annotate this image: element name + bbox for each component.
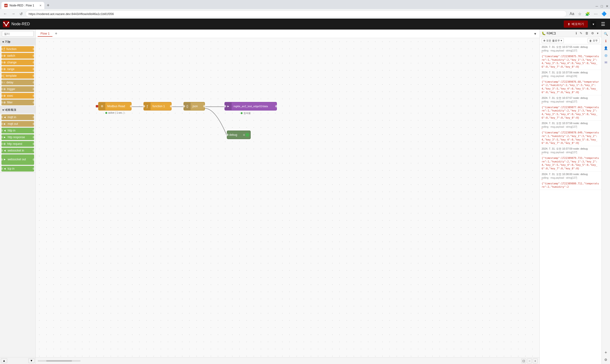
palette-node-exec[interactable]: ⊕ exec	[1, 93, 34, 99]
close-window-button[interactable]: ✕	[604, 3, 610, 9]
palette-category-function: ▾ 기능 ƒ function ⊕ switch ⊕	[0, 38, 36, 106]
right-info-button[interactable]: ℹ	[603, 38, 609, 44]
extensions-button[interactable]: 🧩	[584, 10, 591, 17]
back-button[interactable]: ←	[2, 11, 9, 17]
deploy-caret-button[interactable]: ▾	[591, 21, 596, 27]
json-input-port	[183, 105, 185, 107]
debug-info-button[interactable]: ℹ	[575, 31, 578, 36]
active-tab: NR Node-RED : Flow 1 ×	[1, 2, 44, 9]
modbus-read-node[interactable]: ⚙ Modbus Read	[98, 102, 131, 111]
palette-node-range[interactable]: ⊕ range	[1, 66, 34, 72]
debug-settings-button[interactable]: ⚙	[590, 31, 595, 36]
right-add-button[interactable]: +	[603, 349, 609, 356]
tab-title: Node-RED : Flow 1	[10, 4, 38, 7]
add-flow-tab-button[interactable]: +	[53, 31, 59, 37]
clear-all-label: 모두	[593, 39, 598, 42]
http-in-label: http in	[8, 129, 15, 132]
flow-options-button[interactable]: ▾	[533, 31, 538, 37]
new-tab-button[interactable]: +	[45, 2, 51, 9]
debug-edit-button[interactable]: ✎	[579, 31, 583, 36]
filter-all-label: 모든 플로우 ▾	[546, 39, 562, 42]
right-settings-button[interactable]: ⚙	[603, 356, 609, 363]
flow-tab-1-label: Flow 1	[40, 32, 50, 35]
forward-button[interactable]: →	[10, 11, 17, 17]
deploy-label: 베포하기	[572, 22, 584, 26]
reload-button[interactable]: ↺	[18, 11, 24, 17]
palette-node-trigger[interactable]: ⊕ trigger	[1, 86, 34, 92]
modbus-status-text: active ( 1 sec. )	[108, 112, 124, 114]
mqtt-out-label: mqtt out	[8, 122, 18, 126]
translate-button[interactable]: Aa	[568, 10, 576, 17]
palette-node-websocket-in[interactable]: ◄ websocket in	[1, 148, 34, 153]
websocket-in-label: websocket in	[8, 149, 24, 152]
mqtt-out-node[interactable]: ► ingkle_an2_test_edge02/data	[224, 102, 277, 111]
debug-message-5: 2024. 7. 31. 오전 10:38:00 node: debug pol…	[540, 171, 601, 190]
bookmark-button[interactable]: ☆	[577, 10, 583, 17]
debug-msg-3-body: {"timestamp":1722389878.649,"temperature…	[542, 131, 599, 145]
palette-scroll-down[interactable]: ▼	[28, 358, 35, 363]
profile-button[interactable]: 🔷	[600, 10, 608, 17]
right-user-button[interactable]: 👤	[603, 45, 609, 52]
minimize-button[interactable]: ─	[594, 3, 599, 9]
palette-node-http-in[interactable]: ◄ http in	[1, 128, 34, 133]
zoom-minus-button[interactable]: −	[527, 359, 532, 363]
palette-node-filter[interactable]: ⊕ filter	[1, 100, 34, 105]
more-button[interactable]: ⋯	[592, 10, 599, 17]
address-bar[interactable]	[26, 11, 567, 17]
palette-search-input[interactable]	[2, 31, 34, 37]
canvas-scrollbar-h[interactable]	[38, 360, 80, 362]
debug-msg-3-timestamp: 2024. 7. 31. 오전 10:37:58	[542, 122, 572, 125]
right-teams-button[interactable]: ✉	[603, 59, 609, 66]
palette-node-http-response[interactable]: ► http response	[1, 134, 34, 140]
svg-point-2	[8, 22, 9, 23]
category-network-header[interactable]: ▾ 네트워크	[0, 106, 36, 113]
debug-list-icon[interactable]: ≡	[243, 133, 245, 137]
modbus-status: active ( 1 sec. )	[105, 112, 124, 114]
right-search-button[interactable]: 🔍	[603, 30, 609, 37]
zoom-fit-button[interactable]: ⊡	[521, 359, 526, 363]
function1-label: function 1	[151, 104, 167, 108]
debug-expand-button[interactable]: ▾	[596, 31, 599, 36]
http-response-icon: ►	[3, 136, 6, 139]
debug-msg-3-meta: polling · msg.payload · string[137]	[542, 126, 599, 128]
hamburger-menu-button[interactable]: ☰	[599, 20, 607, 28]
debug-msg-1-node: node: debug	[573, 71, 588, 74]
palette-node-http-request[interactable]: ⊕ http request	[1, 141, 34, 147]
tcp-in-label: tcp in	[8, 167, 14, 170]
debug-msg-5-body: {"timestamp":1722389880.711,"temperature…	[542, 182, 599, 189]
debug-clear-button[interactable]: 🗑	[584, 31, 589, 36]
right-outlook-button[interactable]: ◎	[603, 52, 609, 59]
json-node[interactable]: {} json	[183, 102, 205, 111]
debug-toggle[interactable]	[246, 133, 249, 137]
maximize-button[interactable]: □	[599, 3, 604, 9]
palette-scroll-up[interactable]: ▲	[1, 358, 7, 363]
category-function-header[interactable]: ▾ 기능	[0, 38, 36, 45]
palette-node-mqtt-out[interactable]: ► mqtt out	[1, 121, 34, 127]
palette-node-tcp-in[interactable]: ◄ tcp in	[1, 166, 34, 171]
tab-close-button[interactable]: ×	[39, 4, 41, 7]
palette-node-switch[interactable]: ⊕ switch	[1, 53, 34, 59]
flow-tab-1[interactable]: Flow 1	[38, 31, 52, 37]
debug-panel-bug-icon: 🐛	[542, 31, 546, 35]
palette-node-change[interactable]: ⊕ change	[1, 60, 34, 65]
deploy-icon: ⬆	[568, 22, 570, 26]
function1-node[interactable]: ƒ function 1	[143, 102, 171, 111]
palette-node-websocket-out[interactable]: ► websocket out	[1, 154, 34, 165]
browser-tabs: NR Node-RED : Flow 1 × + ─ □ ✕	[0, 0, 610, 9]
zoom-plus-button[interactable]: +	[533, 359, 538, 363]
palette-node-template[interactable]: { template	[1, 73, 34, 78]
debug-message-0: 2024. 7. 31. 오전 10:37:55 node: debug pol…	[540, 44, 601, 70]
debug-messages-list[interactable]: 2024. 7. 31. 오전 10:37:55 node: debug pol…	[540, 44, 601, 364]
deploy-button[interactable]: ⬆ 베포하기	[564, 21, 588, 28]
debug-node[interactable]: debug ≡	[227, 130, 251, 139]
palette-node-function[interactable]: ƒ function	[1, 46, 34, 52]
palette-node-delay[interactable]: ○ delay	[1, 79, 34, 85]
mqtt-in-icon: ◄	[3, 116, 6, 119]
debug-msg-5-timestamp: 2024. 7. 31. 오전 10:38:00	[542, 173, 572, 176]
palette-node-mqtt-in[interactable]: ◄ mqtt in	[1, 114, 34, 120]
logo-text: Node-RED	[12, 22, 30, 26]
debug-filter-all-button[interactable]: ⊕ 모든 플로우 ▾	[542, 38, 564, 43]
clear-all-button[interactable]: 🗑 모두	[588, 38, 599, 43]
flow-canvas[interactable]: ⚙ Modbus Read active ( 1 sec. )	[36, 38, 539, 357]
tcp-in-icon: ◄	[3, 167, 6, 170]
